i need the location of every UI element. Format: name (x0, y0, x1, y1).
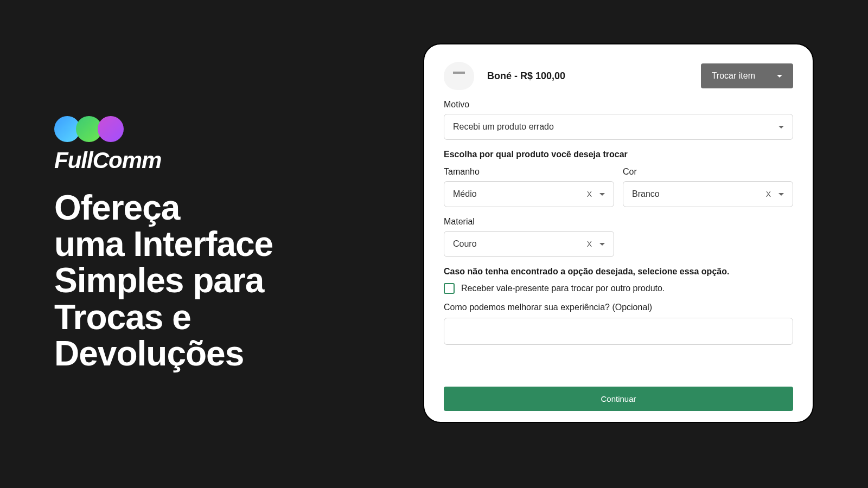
hero-line-2: uma Interface (54, 226, 380, 262)
cor-select[interactable]: Branco X (623, 181, 793, 207)
material-value: Couro (453, 239, 477, 249)
hero-line-3: Simples para (54, 262, 380, 299)
exchange-form-card: Boné - R$ 100,00 Trocar item Motivo Rece… (423, 43, 814, 423)
cor-value: Branco (632, 189, 660, 199)
motivo-label: Motivo (444, 100, 793, 110)
material-label: Material (444, 217, 793, 227)
hero-heading: Ofereça uma Interface Simples para Troca… (54, 190, 380, 372)
action-dropdown-label: Trocar item (712, 71, 755, 81)
tamanho-label: Tamanho (444, 167, 614, 177)
cor-label: Cor (623, 167, 793, 177)
product-header: Boné - R$ 100,00 Trocar item (444, 62, 793, 90)
tamanho-select[interactable]: Médio X (444, 181, 614, 207)
chevron-down-icon (599, 243, 605, 246)
hero-line-1: Ofereça (54, 190, 380, 226)
action-dropdown[interactable]: Trocar item (701, 63, 793, 88)
material-select[interactable]: Couro X (444, 231, 614, 257)
escolha-heading: Escolha por qual produto você deseja tro… (444, 150, 793, 159)
feedback-textarea[interactable] (444, 318, 793, 345)
size-color-row: Tamanho Médio X Cor Branco X (444, 167, 793, 207)
product-title: Boné - R$ 100,00 (487, 70, 565, 82)
continue-button[interactable]: Continuar (444, 387, 793, 411)
motivo-select[interactable]: Recebi um produto errado (444, 114, 793, 140)
hero-line-4: Trocas e (54, 299, 380, 336)
material-section: Material Couro X (444, 217, 793, 257)
voucher-checkbox[interactable] (444, 283, 455, 294)
product-thumbnail (444, 62, 474, 90)
feedback-label: Como podemos melhorar sua experiência? (… (444, 303, 793, 312)
tamanho-field: Tamanho Médio X (444, 167, 614, 207)
clear-material-icon[interactable]: X (587, 240, 592, 248)
motivo-section: Motivo Recebi um produto errado (444, 100, 793, 140)
marketing-left-panel: FullComm Ofereça uma Interface Simples p… (0, 116, 380, 372)
clear-tamanho-icon[interactable]: X (587, 190, 592, 198)
logo-dot-purple (98, 116, 124, 142)
tamanho-value: Médio (453, 189, 477, 199)
product-info: Boné - R$ 100,00 (444, 62, 565, 90)
logo-dots (54, 116, 380, 142)
motivo-value: Recebi um produto errado (453, 122, 554, 132)
brand-name: FullComm (54, 147, 380, 174)
chevron-down-icon (778, 193, 784, 196)
voucher-checkbox-label: Receber vale-presente para trocar por ou… (461, 284, 665, 293)
clear-cor-icon[interactable]: X (766, 190, 771, 198)
voucher-checkbox-row: Receber vale-presente para trocar por ou… (444, 283, 793, 294)
chevron-down-icon (778, 126, 784, 129)
main-form: Motivo Recebi um produto errado Escolha … (444, 100, 793, 411)
chevron-down-icon (599, 193, 605, 196)
fallback-heading: Caso não tenha encontrado a opção deseja… (444, 267, 793, 277)
hero-line-5: Devoluções (54, 336, 380, 372)
chevron-down-icon (777, 75, 782, 78)
cor-field: Cor Branco X (623, 167, 793, 207)
